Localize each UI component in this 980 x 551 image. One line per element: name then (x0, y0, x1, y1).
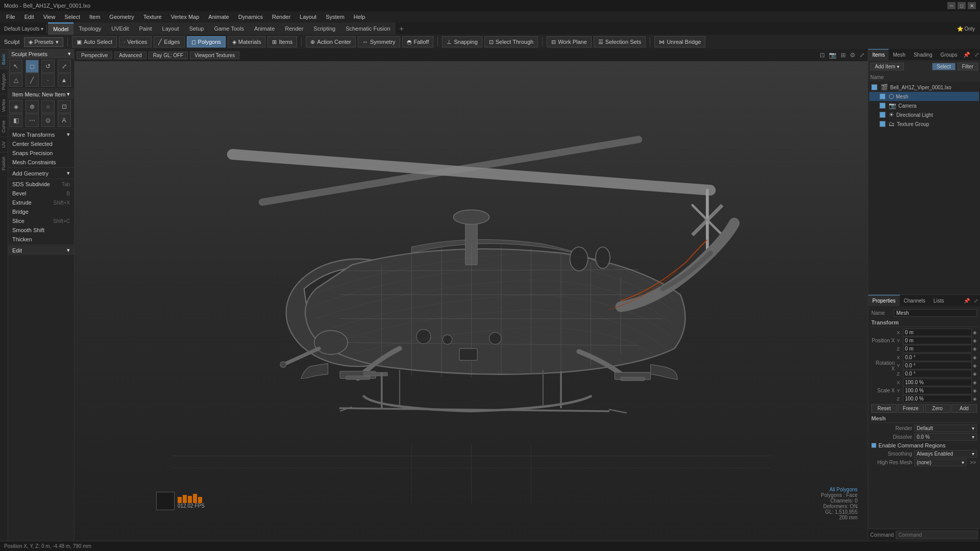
sculpt-presets-button[interactable]: ◈ Presets ▾ (24, 37, 63, 47)
scale-x-input[interactable] (903, 379, 972, 386)
tool-move[interactable]: ↖ (9, 60, 22, 73)
perspective-button[interactable]: Perspective (77, 52, 112, 59)
panel-pin-icon[interactable]: 📌 (961, 52, 972, 58)
menu-vertex-map[interactable]: Vertex Map (167, 13, 204, 21)
thicken-item[interactable]: Thicken (8, 235, 74, 244)
visibility-toggle-scene[interactable] (871, 84, 877, 90)
pos-y-input[interactable] (903, 337, 972, 344)
add-button[interactable]: Add (951, 404, 977, 413)
tab-schematic-fusion[interactable]: Schematic Fusion (340, 22, 395, 35)
scale-z-anim-icon[interactable]: ◈ (973, 396, 977, 402)
work-plane-button[interactable]: ⊟ Work Plane (547, 36, 592, 47)
tool-f[interactable]: ⋯ (26, 114, 39, 127)
viewport-camera-icon[interactable]: 📷 (828, 52, 838, 59)
tab-topology[interactable]: Topology (74, 22, 106, 35)
tab-items[interactable]: Items (868, 49, 889, 60)
close-button[interactable]: ✕ (968, 2, 976, 9)
freeze-button[interactable]: Freeze (898, 404, 923, 413)
menu-view[interactable]: View (39, 13, 60, 21)
name-prop-input[interactable] (894, 309, 977, 317)
snapping-button[interactable]: ⊥ Snapping (442, 36, 482, 47)
menu-render[interactable]: Render (268, 13, 295, 21)
menu-animate[interactable]: Animate (204, 13, 233, 21)
menu-geometry[interactable]: Geometry (105, 13, 138, 21)
slice-item[interactable]: Slice Shift+C (8, 216, 74, 226)
vertices-button[interactable]: · Vertices (119, 36, 152, 47)
default-layouts[interactable]: Default Layouts ▾ (2, 26, 45, 32)
symmetry-button[interactable]: ↔ Symmetry (358, 36, 400, 47)
maximize-button[interactable]: □ (958, 2, 966, 9)
more-transforms-item[interactable]: More Transforms ▾ (8, 130, 74, 139)
extrude-item[interactable]: Extrude Shift+X (8, 198, 74, 207)
tab-properties[interactable]: Properties (868, 295, 900, 306)
rot-x-input[interactable] (903, 354, 972, 361)
tool-edge[interactable]: ╱ (26, 73, 39, 87)
texture-group-item[interactable]: 🗂 Texture Group (869, 119, 979, 129)
side-tab-fusion[interactable]: Fusion (0, 152, 8, 174)
high-res-expand-icon[interactable]: >> (969, 460, 977, 465)
mesh-constraints-item[interactable]: Mesh Constraints (8, 158, 74, 167)
materials-button[interactable]: ◈ Materials (228, 36, 266, 47)
tool-poly[interactable]: △ (9, 73, 22, 87)
menu-layout[interactable]: Layout (296, 13, 321, 21)
auto-select-button[interactable]: ▣ Auto Select (72, 36, 117, 47)
sds-subdivide-item[interactable]: SDS Subdivide Tab (8, 180, 74, 189)
side-tab-uv[interactable]: UV (0, 137, 8, 152)
viewport-grid-icon[interactable]: ⊞ (840, 52, 847, 59)
dissolve-dropdown[interactable]: 0.0 % ▾ (914, 433, 977, 441)
menu-edit[interactable]: Edit (20, 13, 38, 21)
light-item[interactable]: ☀ Directional Light (869, 110, 979, 119)
scale-z-input[interactable] (903, 395, 972, 403)
high-res-mesh-dropdown[interactable]: (none) ▾ (914, 459, 967, 466)
side-tab-vertex[interactable]: Vertex (0, 94, 8, 116)
unreal-bridge-button[interactable]: ⋈ Unreal Bridge (654, 36, 705, 47)
tab-setup[interactable]: Setup (184, 22, 209, 35)
tool-g[interactable]: ⊙ (41, 114, 55, 127)
edit-item[interactable]: Edit ▾ (8, 245, 74, 255)
scale-y-input[interactable] (903, 387, 972, 394)
menu-dynamics[interactable]: Dynamics (234, 13, 267, 21)
props-pin-icon[interactable]: 📌 (962, 298, 972, 304)
snaps-precision-item[interactable]: Snaps Precision (8, 148, 74, 158)
tab-scripting[interactable]: Scripting (308, 22, 340, 35)
tab-groups[interactable]: Groups (937, 49, 962, 60)
action-center-button[interactable]: ⊕ Action Center (306, 36, 356, 47)
tab-model[interactable]: Model (48, 22, 74, 35)
panel-expand-icon[interactable]: ⤢ (972, 52, 980, 58)
viewport[interactable]: Perspective Advanced Ray GL: OFF Viewpor… (75, 49, 868, 541)
add-geometry-item[interactable]: Add Geometry ▾ (8, 168, 74, 178)
smoothing-dropdown[interactable]: Always Enabled ▾ (914, 450, 977, 458)
viewport-textures-button[interactable]: Viewport Textures (190, 52, 239, 59)
visibility-toggle-camera[interactable] (879, 103, 886, 109)
camera-item[interactable]: 📷 Camera (869, 101, 979, 110)
tab-paint[interactable]: Paint (134, 22, 157, 35)
zero-button[interactable]: Zero (925, 404, 950, 413)
menu-texture[interactable]: Texture (139, 13, 166, 21)
visibility-toggle-light[interactable] (879, 112, 886, 118)
tab-channels[interactable]: Channels (900, 295, 929, 306)
bridge-item[interactable]: Bridge (8, 207, 74, 216)
tool-b[interactable]: ⊕ (26, 100, 39, 113)
rot-x-anim-icon[interactable]: ◈ (973, 355, 977, 360)
tool-tri[interactable]: ▲ (58, 73, 71, 87)
reset-button[interactable]: Reset (871, 404, 897, 413)
rot-y-input[interactable] (903, 362, 972, 369)
tab-render[interactable]: Render (280, 22, 308, 35)
tool-d[interactable]: ⊡ (58, 100, 71, 113)
menu-system[interactable]: System (322, 13, 349, 21)
visibility-toggle-texture[interactable] (879, 121, 886, 127)
item-menu-dropdown[interactable]: Item Menu: New Item ▾ (8, 89, 74, 99)
menu-file[interactable]: File (2, 13, 19, 21)
filter-button[interactable]: Filter (958, 63, 978, 70)
tool-scale[interactable]: ⤢ (58, 60, 71, 73)
tool-vertex[interactable]: · (41, 73, 55, 87)
add-item-dropdown[interactable]: Add Item ▾ (870, 63, 904, 70)
tool-h[interactable]: A (58, 114, 71, 127)
add-tab-button[interactable]: + (396, 23, 408, 34)
polygons-button[interactable]: ◻ Polygons (187, 36, 226, 47)
select-button[interactable]: Select (932, 63, 955, 70)
menu-select[interactable]: Select (60, 13, 84, 21)
tab-shading[interactable]: Shading (910, 49, 937, 60)
pos-x-anim-icon[interactable]: ◈ (973, 330, 977, 335)
scale-x-anim-icon[interactable]: ◈ (973, 380, 977, 385)
